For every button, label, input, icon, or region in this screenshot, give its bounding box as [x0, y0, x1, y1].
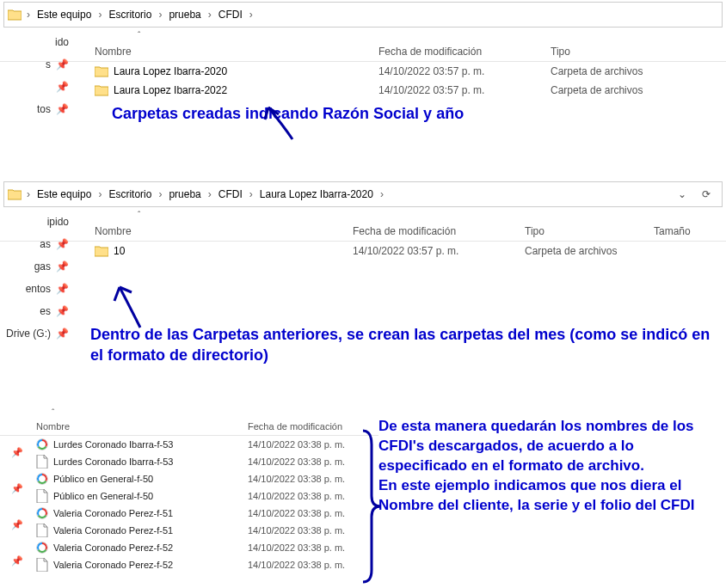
folder-icon: [8, 187, 22, 201]
annotation-text: Carpetas creadas indicando Razón Social …: [0, 100, 726, 130]
pin-icon: 📌: [7, 506, 28, 542]
file-row[interactable]: Público en General-f-5014/10/2022 03:38 …: [0, 470, 378, 487]
breadcrumb-item[interactable]: Escritorio: [103, 185, 157, 204]
sidebar-item[interactable]: Drive (G:)📌: [0, 322, 77, 345]
pin-icon: 📌: [56, 305, 69, 317]
pin-icon: 📌: [7, 470, 28, 506]
sidebar-item[interactable]: es📌: [0, 300, 77, 322]
column-headers: Nombre Fecha de modificación Tipo Tamaño: [0, 222, 726, 242]
pin-icon: 📌: [56, 283, 69, 295]
explorer-panel-2: › Este equipo › Escritorio › prueba › CF…: [0, 181, 726, 405]
sidebar-item-label: gas: [34, 260, 51, 273]
sidebar-item[interactable]: as📌: [0, 233, 77, 255]
chevron-right-icon: ›: [206, 9, 213, 21]
breadcrumb-item[interactable]: Escritorio: [103, 5, 157, 24]
annotation-text: En este ejemplo indicamos que nos diera …: [378, 476, 714, 516]
pdf-icon: [36, 542, 48, 554]
column-header-type[interactable]: Tipo: [551, 46, 705, 58]
pin-icon: 📌: [56, 238, 69, 250]
document-icon: [36, 558, 48, 572]
breadcrumb-item[interactable]: Este equipo: [32, 185, 96, 204]
breadcrumb-item[interactable]: prueba: [163, 5, 206, 24]
folder-icon: [95, 84, 108, 96]
document-icon: [36, 489, 48, 503]
sort-indicator: ˆ: [0, 209, 726, 222]
column-header-date[interactable]: Fecha de modificación: [353, 225, 525, 237]
sidebar-pins: 📌 📌 📌 📌: [7, 434, 28, 579]
file-name: Valeria Coronado Perez-f-52: [53, 542, 173, 553]
brace-icon: [358, 427, 384, 586]
sidebar-item[interactable]: s📌: [0, 53, 77, 76]
pin-icon: 📌: [56, 81, 69, 93]
sidebar-item[interactable]: ipido: [0, 211, 77, 233]
sidebar-item-label: Drive (G:): [6, 328, 51, 340]
file-row[interactable]: Valeria Coronado Perez-f-5214/10/2022 03…: [0, 556, 378, 573]
column-header-date[interactable]: Fecha de modificación: [378, 46, 551, 58]
sidebar-item[interactable]: tos📌: [0, 98, 77, 120]
chevron-right-icon: ›: [248, 188, 255, 200]
pin-icon: 📌: [56, 260, 69, 273]
file-name: Valeria Coronado Perez-f-51: [53, 508, 173, 518]
arrow-annotation-icon: [108, 280, 159, 332]
sidebar-item[interactable]: ido: [0, 31, 77, 53]
sort-indicator: ˆ: [0, 408, 378, 418]
sidebar-item[interactable]: gas📌: [0, 255, 77, 278]
chevron-right-icon: ›: [25, 9, 32, 21]
file-row[interactable]: Valeria Coronado Perez-f-5214/10/2022 03…: [0, 539, 378, 556]
document-icon: [36, 455, 48, 469]
file-row[interactable]: Lurdes Coronado Ibarra-f-5314/10/2022 03…: [0, 453, 378, 470]
breadcrumb-bar[interactable]: › Este equipo › Escritorio › prueba › CF…: [3, 2, 723, 28]
pin-icon: 📌: [56, 328, 69, 340]
explorer-panel-1: › Este equipo › Escritorio › prueba › CF…: [0, 2, 726, 178]
refresh-button[interactable]: ⟳: [696, 184, 717, 205]
sidebar-item-label: ipido: [47, 216, 69, 228]
file-name: Público en General-f-50: [53, 491, 153, 501]
sidebar-item-label: as: [40, 238, 51, 250]
file-name: Laura Lopez Ibarra-2022: [114, 84, 227, 96]
document-icon: [36, 524, 48, 537]
folder-icon: [95, 245, 108, 257]
file-name: Valeria Coronado Perez-f-52: [53, 560, 173, 570]
file-type: Carpeta de archivos: [551, 65, 705, 77]
breadcrumb-item[interactable]: CFDI: [213, 5, 248, 24]
sidebar-item-label: tos: [37, 103, 51, 115]
folder-icon: [95, 65, 108, 77]
column-header-size[interactable]: Tamaño: [654, 225, 723, 237]
breadcrumb-item[interactable]: Este equipo: [32, 5, 96, 24]
sort-indicator: ˆ: [0, 29, 726, 42]
folder-icon: [8, 8, 22, 21]
file-row[interactable]: Valeria Coronado Perez-f-5114/10/2022 03…: [0, 522, 378, 539]
chevron-right-icon: ›: [157, 188, 163, 200]
breadcrumb-bar[interactable]: › Este equipo › Escritorio › prueba › CF…: [3, 181, 723, 207]
sidebar-item[interactable]: entos📌: [0, 278, 77, 300]
pin-icon: 📌: [7, 542, 28, 579]
chevron-right-icon: ›: [378, 188, 385, 200]
folder-row[interactable]: Laura Lopez Ibarra-202014/10/2022 03:57 …: [0, 62, 726, 81]
file-name: Lurdes Coronado Ibarra-f-53: [53, 456, 173, 467]
breadcrumb-item[interactable]: prueba: [163, 185, 206, 204]
chevron-right-icon: ›: [96, 9, 103, 21]
chevron-right-icon: ›: [248, 9, 255, 21]
breadcrumb-item[interactable]: Laura Lopez Ibarra-2020: [255, 185, 378, 204]
folder-row[interactable]: Laura Lopez Ibarra-202214/10/2022 03:57 …: [0, 81, 726, 100]
chevron-right-icon: ›: [157, 9, 163, 21]
file-row[interactable]: Público en General-f-5014/10/2022 03:38 …: [0, 487, 378, 505]
file-name: 10: [114, 245, 125, 257]
sidebar-item[interactable]: 📌: [0, 76, 77, 98]
sidebar-item-label: entos: [26, 283, 51, 295]
file-date: 14/10/2022 03:57 p. m.: [378, 84, 551, 96]
column-header-type[interactable]: Tipo: [525, 225, 654, 237]
column-header-name[interactable]: Nombre: [0, 421, 248, 432]
arrow-annotation-icon: [258, 101, 310, 144]
pdf-icon: [36, 507, 48, 519]
file-row[interactable]: Lurdes Coronado Ibarra-f-5314/10/2022 03…: [0, 436, 378, 453]
file-row[interactable]: Valeria Coronado Perez-f-5114/10/2022 03…: [0, 505, 378, 522]
sidebar: ipido as📌 gas📌 entos📌 es📌 Drive (G:)📌: [0, 211, 77, 345]
file-name: Valeria Coronado Perez-f-51: [53, 525, 173, 536]
pin-icon: 📌: [56, 58, 69, 70]
dropdown-button[interactable]: ⌄: [672, 184, 692, 205]
pdf-icon: [36, 473, 48, 485]
breadcrumb-item[interactable]: CFDI: [213, 185, 248, 204]
folder-row[interactable]: 1014/10/2022 03:57 p. m.Carpeta de archi…: [0, 242, 726, 260]
file-name: Público en General-f-50: [53, 474, 153, 484]
